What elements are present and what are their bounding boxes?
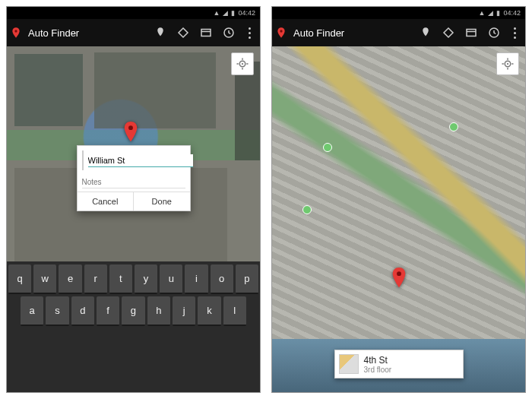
wifi-icon: ▲ [479, 9, 486, 17]
key-j[interactable]: j [173, 296, 195, 326]
location-thumbnail [82, 150, 84, 170]
location-notes-input[interactable] [82, 176, 185, 188]
card-subtitle: 3rd floor [364, 366, 392, 374]
keyboard-row-4 [8, 359, 258, 389]
keyboard-row-2: asdfghjkl [8, 296, 258, 326]
signal-icon: ◢ [488, 9, 493, 17]
keyboard-row-3 [8, 328, 258, 358]
poi-marker-icon[interactable] [323, 143, 332, 152]
history-icon[interactable] [219, 23, 239, 43]
location-thumbnail [339, 354, 359, 374]
svg-point-6 [280, 30, 282, 32]
history-icon[interactable] [484, 23, 504, 43]
place-pin-icon[interactable] [416, 23, 435, 43]
svg-point-0 [14, 30, 17, 32]
done-button[interactable]: Done [134, 192, 190, 211]
cancel-button[interactable]: Cancel [78, 192, 135, 211]
phone-right-screenshot: ▲ ◢ ▮ 04:42 Auto Finder 4th St 3rd floor [271, 6, 526, 393]
svg-rect-7 [467, 30, 476, 36]
action-bar: Auto Finder [7, 19, 260, 46]
battery-icon: ▮ [496, 9, 500, 17]
svg-point-5 [128, 125, 133, 130]
key-t[interactable]: t [109, 264, 132, 294]
key-f[interactable]: f [97, 296, 119, 326]
svg-rect-1 [201, 30, 211, 36]
status-bar: ▲ ◢ ▮ 04:42 [7, 7, 260, 19]
diamond-icon[interactable] [173, 23, 193, 43]
keyboard-row-1: qwertyuiop [8, 264, 258, 294]
my-location-button[interactable] [231, 52, 254, 75]
app-pin-icon [10, 25, 22, 40]
overflow-menu-icon[interactable] [242, 27, 257, 39]
map-marker-icon[interactable] [391, 268, 407, 289]
map-city-view[interactable]: 4th St 3rd floor [272, 46, 525, 392]
key-q[interactable]: q [8, 264, 31, 294]
status-bar: ▲ ◢ ▮ 04:42 [272, 7, 525, 19]
soft-keyboard: qwertyuiop asdfghjkl [7, 261, 260, 392]
svg-point-11 [397, 272, 401, 277]
key-g[interactable]: g [122, 296, 144, 326]
place-pin-icon[interactable] [150, 23, 170, 43]
status-time: 04:42 [238, 9, 255, 17]
key-a[interactable]: a [21, 296, 43, 326]
svg-point-4 [242, 63, 243, 65]
save-location-dialog: Cancel Done [77, 145, 191, 211]
my-location-button[interactable] [496, 52, 519, 75]
key-d[interactable]: d [71, 296, 94, 326]
key-s[interactable]: s [46, 296, 68, 326]
key-i[interactable]: i [185, 264, 207, 294]
signal-icon: ◢ [223, 9, 228, 17]
key-u[interactable]: u [160, 264, 182, 294]
location-name-input[interactable] [88, 154, 193, 167]
app-title: Auto Finder [25, 27, 147, 39]
layers-icon[interactable] [196, 23, 216, 43]
key-o[interactable]: o [211, 264, 233, 294]
location-info-card[interactable]: 4th St 3rd floor [334, 350, 464, 378]
key-l[interactable]: l [223, 296, 246, 326]
battery-icon: ▮ [231, 9, 235, 17]
key-h[interactable]: h [147, 296, 170, 326]
key-r[interactable]: r [84, 264, 107, 294]
key-k[interactable]: k [198, 296, 220, 326]
overflow-menu-icon[interactable] [507, 27, 522, 39]
key-p[interactable]: p [236, 264, 258, 294]
diamond-icon[interactable] [439, 23, 458, 43]
key-w[interactable]: w [33, 264, 56, 294]
wifi-icon: ▲ [214, 9, 220, 17]
app-pin-icon [275, 25, 287, 40]
app-title: Auto Finder [290, 27, 413, 39]
phone-left-screenshot: ▲ ◢ ▮ 04:42 Auto Finder Cancel [6, 6, 261, 393]
card-title: 4th St [364, 355, 392, 366]
status-time: 04:42 [503, 9, 521, 17]
map-satellite-view[interactable]: Cancel Done [7, 46, 260, 261]
key-e[interactable]: e [59, 264, 81, 294]
layers-icon[interactable] [461, 23, 481, 43]
action-bar: Auto Finder [272, 19, 525, 46]
key-y[interactable]: y [135, 264, 157, 294]
map-marker-icon[interactable] [123, 122, 138, 143]
svg-point-10 [507, 63, 508, 65]
